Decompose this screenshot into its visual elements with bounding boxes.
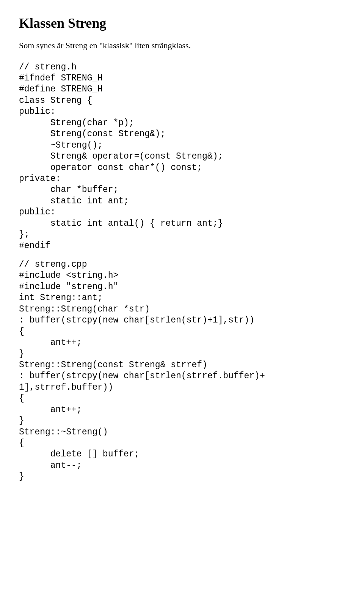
code-spacer — [19, 252, 345, 259]
page-title: Klassen Streng — [19, 15, 345, 31]
code-block-impl: // streng.cpp #include <string.h> #inclu… — [19, 259, 345, 483]
intro-paragraph: Som synes är Streng en "klassisk" liten … — [19, 40, 345, 51]
code-block-header: // streng.h #ifndef STRENG_H #define STR… — [19, 62, 345, 252]
